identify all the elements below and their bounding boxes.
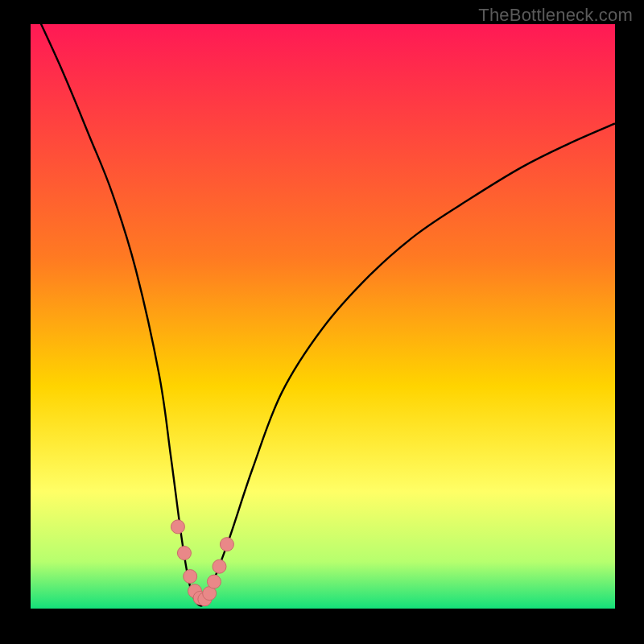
bottleneck-chart [0,0,644,644]
plot-background [31,24,615,609]
trough-marker [184,570,197,584]
trough-marker [177,547,191,560]
trough-marker [213,559,226,573]
trough-marker [171,520,184,534]
watermark-text: TheBottleneck.com [478,5,633,26]
chart-container: TheBottleneck.com [0,0,644,644]
trough-marker [207,575,221,588]
trough-marker [220,538,233,551]
